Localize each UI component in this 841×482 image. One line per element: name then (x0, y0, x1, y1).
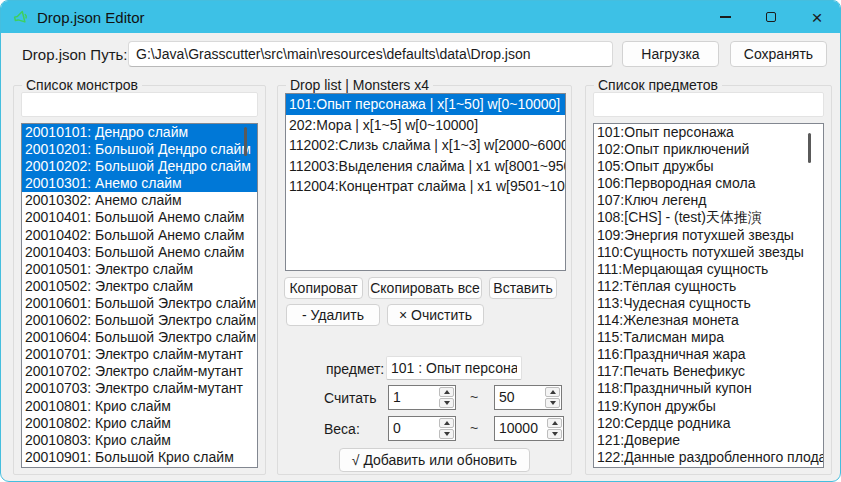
list-item[interactable]: 105:Опыт дружбы (594, 158, 823, 175)
count-label: Считать (324, 390, 377, 406)
list-item[interactable]: 20010502: Электро слайм (22, 278, 257, 295)
list-item[interactable]: 101:Опыт персонажа | x[1~50] w[0~10000] (286, 94, 565, 115)
window-title: Drop.json Editor (37, 9, 145, 26)
path-label: Drop.json Путь: (22, 46, 128, 63)
list-item[interactable]: 20010604: Большой Электро слайм (22, 329, 257, 346)
list-item[interactable]: 20010301: Анемо слайм (22, 175, 257, 192)
list-item[interactable]: 20010403: Большой Анемо слайм (22, 244, 257, 261)
add-or-update-button[interactable]: √ Добавить или обновить (339, 448, 530, 472)
list-item[interactable]: 112004:Концентрат слайма | x1 w[9501~100… (286, 176, 565, 197)
weight-max-down-button[interactable] (547, 429, 562, 439)
list-item[interactable]: 20010402: Большой Анемо слайм (22, 227, 257, 244)
app-window: Drop.json Editor × Drop.json Путь: Нагру… (0, 0, 841, 482)
arrow-down-icon (552, 432, 558, 436)
arrow-down-icon (550, 401, 556, 405)
weight-min-stepper[interactable]: 0 (388, 416, 456, 441)
monster-search-input[interactable] (21, 92, 258, 117)
count-max-up-button[interactable] (545, 387, 560, 397)
count-min-value: 1 (389, 386, 438, 409)
load-button[interactable]: Нагрузка (622, 41, 719, 67)
count-range-tilde: ~ (470, 389, 478, 405)
weight-min-up-button[interactable] (439, 418, 454, 428)
close-button[interactable]: × (794, 1, 840, 33)
list-item[interactable]: 20010202: Большой Дендро слайм (22, 158, 257, 175)
list-item[interactable]: 106:Первородная смола (594, 175, 823, 192)
list-item[interactable]: 108:[CHS] - (test)天体推演 (594, 209, 823, 226)
list-item[interactable]: 121:Доверие (594, 432, 823, 449)
arrow-up-icon (444, 421, 450, 425)
copy-all-button[interactable]: Скопировать все (368, 277, 482, 299)
item-search-input[interactable] (593, 92, 824, 117)
list-item[interactable]: 109:Энергия потухшей звезды (594, 227, 823, 244)
list-item[interactable]: 101:Опыт персонажа (594, 124, 823, 141)
list-item[interactable]: 20010901: Большой Крио слайм (22, 449, 257, 466)
weight-min-down-button[interactable] (439, 429, 454, 439)
list-item[interactable]: 118:Праздничный купон (594, 380, 823, 397)
list-item[interactable]: 111:Мерцающая сущность (594, 261, 823, 278)
list-item[interactable]: 120:Сердце родника (594, 415, 823, 432)
maximize-icon (766, 12, 776, 22)
list-item[interactable]: 20010401: Большой Анемо слайм (22, 209, 257, 226)
maximize-button[interactable] (748, 1, 794, 33)
clear-button[interactable]: × Очистить (387, 304, 484, 326)
items-panel-title: Список предметов (594, 77, 722, 93)
count-max-down-button[interactable] (545, 398, 560, 408)
list-item[interactable]: 202:Мора | x[1~5] w[0~10000] (286, 115, 565, 136)
copy-button[interactable]: Копироват (284, 277, 363, 299)
save-button[interactable]: Сохранять (730, 41, 827, 67)
megaphone-app-icon (11, 8, 29, 26)
weight-max-value: 10000 (495, 417, 546, 440)
list-item[interactable]: 113:Чудесная сущность (594, 295, 823, 312)
item-label: предмет: (326, 361, 384, 377)
weight-max-stepper[interactable]: 10000 (494, 416, 564, 441)
list-item[interactable]: 20010803: Крио слайм (22, 432, 257, 449)
list-item[interactable]: 20010302: Анемо слайм (22, 192, 257, 209)
list-item[interactable]: 114:Железная монета (594, 312, 823, 329)
list-item[interactable]: 122:Данные раздробленного плода (594, 449, 823, 466)
item-field[interactable] (386, 356, 522, 380)
list-item[interactable]: 20010701: Электро слайм-мутант (22, 346, 257, 363)
list-item[interactable]: 112:Тёплая сущность (594, 278, 823, 295)
list-item[interactable]: 115:Талисман мира (594, 329, 823, 346)
monsters-panel-title: Список монстров (22, 77, 142, 93)
list-item[interactable]: 110:Сущность потухшей звезды (594, 244, 823, 261)
monster-list[interactable]: 20010101: Дендро слайм20010201: Большой … (21, 123, 258, 468)
count-max-stepper[interactable]: 50 (494, 385, 562, 410)
list-item[interactable]: 20010602: Большой Электро слайм (22, 312, 257, 329)
item-list-scrollbar-thumb[interactable] (808, 133, 811, 163)
list-item[interactable]: 20010801: Крио слайм (22, 398, 257, 415)
list-item[interactable]: 116:Праздничная жара (594, 346, 823, 363)
path-input[interactable] (128, 41, 613, 67)
arrow-down-icon (444, 401, 450, 405)
list-item[interactable]: 20010601: Большой Электро слайм (22, 295, 257, 312)
list-item[interactable]: 20010703: Электро слайм-мутант (22, 380, 257, 397)
list-item[interactable]: 20010702: Электро слайм-мутант (22, 363, 257, 380)
list-item[interactable]: 112002:Слизь слайма | x[1~3] w[2000~6000… (286, 135, 565, 156)
weight-range-tilde: ~ (470, 420, 478, 436)
list-item[interactable]: 20010101: Дендро слайм (22, 124, 257, 141)
paste-button[interactable]: Вставить (489, 277, 557, 299)
list-item[interactable]: 107:Ключ легенд (594, 192, 823, 209)
count-min-stepper[interactable]: 1 (388, 385, 456, 410)
count-max-value: 50 (495, 386, 544, 409)
item-list[interactable]: 101:Опыт персонажа102:Опыт приключений10… (593, 123, 824, 468)
close-icon: × (811, 8, 822, 27)
list-item[interactable]: 20010802: Крио слайм (22, 415, 257, 432)
weight-max-up-button[interactable] (547, 418, 562, 428)
delete-button[interactable]: - Удалить (286, 304, 380, 326)
count-min-down-button[interactable] (439, 398, 454, 408)
list-item[interactable]: 20010201: Большой Дендро слайм (22, 141, 257, 158)
drop-list[interactable]: 101:Опыт персонажа | x[1~50] w[0~10000]2… (285, 93, 566, 271)
title-bar[interactable]: Drop.json Editor × (1, 1, 840, 33)
monster-list-scrollbar-thumb[interactable] (244, 127, 247, 156)
monsters-panel: Список монстров 20010101: Дендро слайм20… (13, 85, 266, 475)
weight-label: Веса: (324, 421, 360, 437)
list-item[interactable]: 117:Печать Венефикус (594, 363, 823, 380)
list-item[interactable]: 119:Купон дружбы (594, 398, 823, 415)
list-item[interactable]: 112003:Выделения слайма | x1 w[8001~9500… (286, 156, 565, 177)
minimize-button[interactable] (702, 1, 748, 33)
list-item[interactable]: 102:Опыт приключений (594, 141, 823, 158)
arrow-up-icon (550, 390, 556, 394)
list-item[interactable]: 20010501: Электро слайм (22, 261, 257, 278)
count-min-up-button[interactable] (439, 387, 454, 397)
